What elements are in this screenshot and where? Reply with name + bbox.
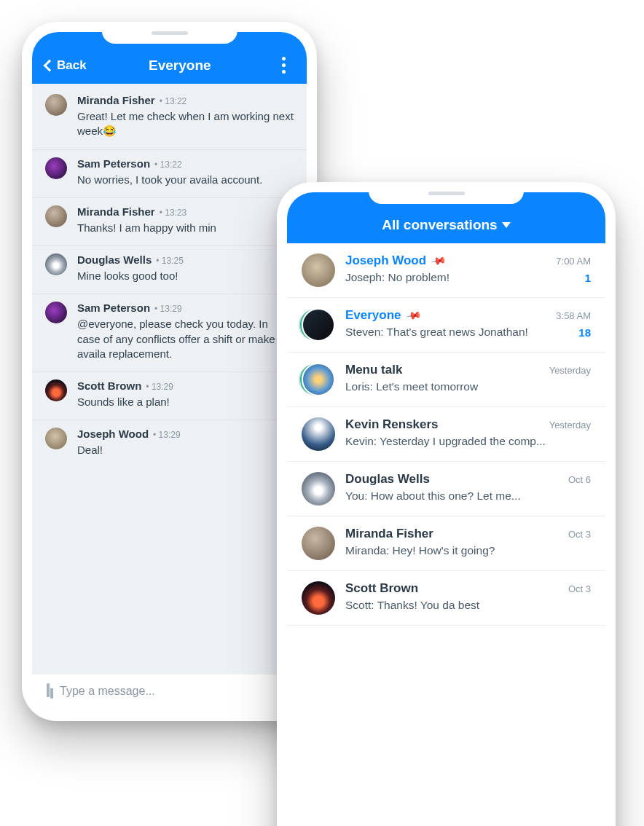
unread-badge: 18 xyxy=(578,326,591,339)
conversation-preview: Kevin: Yesterday I upgraded the comp... xyxy=(345,435,591,448)
conversation-item[interactable]: Scott Brown Oct 3 Scott: Thanks! You da … xyxy=(287,571,605,626)
inbox-filter-button[interactable]: All conversations xyxy=(382,217,510,233)
paperclip-icon xyxy=(47,683,50,697)
conversation-name: Menu talk xyxy=(345,363,402,377)
message-item[interactable]: Miranda Fisher• 13:22 Great! Let me chec… xyxy=(32,87,307,149)
message-author: Miranda Fisher xyxy=(77,94,155,106)
message-item[interactable]: Miranda Fisher• 13:23 Thanks! I am happy… xyxy=(32,197,307,245)
message-item[interactable]: Douglas Wells• 13:25 Mine looks good too… xyxy=(32,245,307,294)
conversation-name: Kevin Renskers xyxy=(345,417,439,432)
conversation-name: Everyone xyxy=(345,308,401,323)
conversation-time: Oct 3 xyxy=(568,583,591,594)
conversation-item[interactable]: Menu talk Yesterday Loris: Let's meet to… xyxy=(287,353,605,407)
avatar xyxy=(302,253,335,287)
message-time: • 13:22 xyxy=(154,160,182,170)
message-item[interactable]: Sam Peterson• 13:29 @everyone, please ch… xyxy=(32,294,307,371)
conversation-item[interactable]: Miranda Fisher Oct 3 Miranda: Hey! How's… xyxy=(287,516,605,571)
phone-inbox: All conversations Joseph Wood 📌 7 xyxy=(277,182,616,826)
conversation-time: Oct 3 xyxy=(568,529,591,540)
chat-title: Everyone xyxy=(94,58,266,74)
conversation-item[interactable]: Everyone 📌 3:58 AM Steven: That's great … xyxy=(287,298,605,353)
conversation-item[interactable]: Douglas Wells Oct 6 You: How about this … xyxy=(287,462,605,516)
avatar xyxy=(45,205,67,227)
conversation-time: Yesterday xyxy=(549,420,591,430)
message-text: Great! Let me check when I am working ne… xyxy=(77,109,294,139)
composer-input[interactable]: Type a message... xyxy=(60,685,292,698)
conversation-name: Joseph Wood xyxy=(345,253,426,268)
more-button[interactable] xyxy=(273,57,294,74)
message-text: @everyone, please check you today. In ca… xyxy=(77,317,294,361)
conversation-preview: Loris: Let's meet tomorrow xyxy=(345,380,591,393)
message-time: • 13:29 xyxy=(153,430,181,440)
conversation-preview: Steven: That's great news Jonathan! xyxy=(345,326,571,339)
avatar xyxy=(302,472,335,506)
message-author: Sam Peterson xyxy=(77,157,150,170)
message-text: Deal! xyxy=(77,443,294,457)
message-time: • 13:29 xyxy=(146,382,173,392)
message-item[interactable]: Joseph Wood• 13:29 Deal! xyxy=(32,420,307,468)
caret-down-icon xyxy=(502,222,511,228)
message-list[interactable]: Miranda Fisher• 13:22 Great! Let me chec… xyxy=(32,84,307,674)
conversation-preview: Miranda: Hey! How's it going? xyxy=(345,544,591,557)
conversation-time: Yesterday xyxy=(549,365,591,376)
avatar xyxy=(302,308,335,342)
avatar xyxy=(302,363,335,396)
message-time: • 13:23 xyxy=(160,208,187,218)
conversation-list[interactable]: Joseph Wood 📌 7:00 AM Joseph: No problem… xyxy=(287,243,605,826)
message-time: • 13:25 xyxy=(156,256,184,266)
message-author: Joseph Wood xyxy=(77,428,149,440)
avatar xyxy=(302,527,335,560)
message-item[interactable]: Scott Brown• 13:29 Sounds like a plan! xyxy=(32,371,307,420)
conversation-item[interactable]: Kevin Renskers Yesterday Kevin: Yesterda… xyxy=(287,407,605,462)
avatar xyxy=(45,379,67,401)
pin-icon: 📌 xyxy=(430,253,447,270)
message-time: • 13:22 xyxy=(160,96,187,106)
message-text: Mine looks good too! xyxy=(77,269,294,283)
conversation-time: 3:58 AM xyxy=(556,310,591,321)
chat-header: Back Everyone xyxy=(32,32,307,84)
inbox-header: All conversations xyxy=(287,192,605,243)
message-text: Sounds like a plan! xyxy=(77,395,294,409)
conversation-preview: Joseph: No problem! xyxy=(345,271,578,284)
message-author: Miranda Fisher xyxy=(77,205,155,218)
back-label: Back xyxy=(57,58,87,73)
avatar xyxy=(45,157,67,179)
phone-chat: Back Everyone Miranda Fisher• 13:22 Grea… xyxy=(22,22,317,721)
conversation-preview: Scott: Thanks! You da best xyxy=(345,599,591,612)
message-item[interactable]: Sam Peterson• 13:22 No worries, I took y… xyxy=(32,149,307,197)
pin-icon: 📌 xyxy=(404,307,421,324)
message-time: • 13:29 xyxy=(154,304,182,314)
conversation-name: Scott Brown xyxy=(345,581,418,596)
inbox-title: All conversations xyxy=(382,217,497,233)
message-text: No worries, I took your availa account. xyxy=(77,173,294,187)
message-author: Sam Peterson xyxy=(77,302,150,314)
avatar xyxy=(302,417,335,451)
conversation-preview: You: How about this one? Let me... xyxy=(345,489,591,503)
message-composer: Type a message... xyxy=(32,674,307,711)
chevron-left-icon xyxy=(44,59,56,71)
kebab-icon xyxy=(282,57,286,74)
avatar xyxy=(302,581,335,615)
conversation-time: 7:00 AM xyxy=(556,256,591,267)
conversation-name: Douglas Wells xyxy=(345,472,430,487)
message-author: Douglas Wells xyxy=(77,253,152,266)
avatar xyxy=(45,253,67,275)
attach-button[interactable] xyxy=(47,685,50,698)
message-author: Scott Brown xyxy=(77,379,141,392)
avatar xyxy=(45,302,67,323)
unread-badge: 1 xyxy=(585,272,591,284)
message-text: Thanks! I am happy with min xyxy=(77,221,294,235)
avatar xyxy=(45,94,67,116)
conversation-name: Miranda Fisher xyxy=(345,527,433,541)
avatar xyxy=(45,428,67,449)
conversation-item[interactable]: Joseph Wood 📌 7:00 AM Joseph: No problem… xyxy=(287,243,605,298)
back-button[interactable]: Back xyxy=(45,58,87,73)
conversation-time: Oct 6 xyxy=(568,474,591,485)
